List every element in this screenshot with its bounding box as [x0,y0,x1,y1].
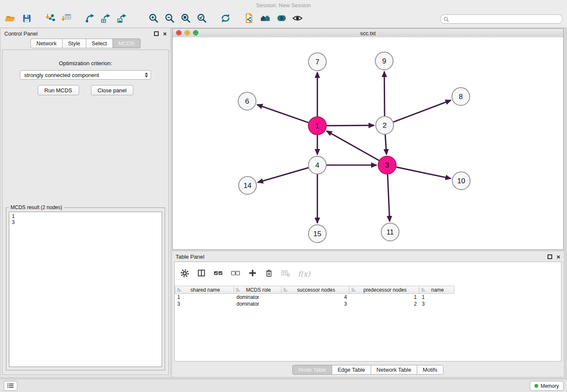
columns-icon [197,272,206,279]
zoom-in-button[interactable] [146,12,162,26]
import-network-button[interactable] [42,12,58,26]
control-panel-close-button[interactable]: × [163,31,167,36]
tab-network[interactable]: Network [30,39,63,48]
zoom-out-button[interactable] [162,12,178,26]
export-image-button[interactable] [114,12,130,26]
houses-icon [260,13,271,25]
column-header-mcds-role[interactable]: MCDS role [234,286,281,294]
cell-name: 1 [419,294,454,300]
graph-node-15[interactable]: 15 [308,225,326,243]
network-window-title: scc.txt [360,30,376,36]
table-row[interactable]: 1dominator411 [175,294,561,301]
memory-button[interactable]: Memory [530,381,564,391]
cell-mcds-role: dominator [234,294,281,300]
apply-layout-button[interactable] [217,12,234,26]
network-graph-svg[interactable]: 7968124314101511 [173,37,563,249]
column-header-label: successor nodes [289,287,348,293]
import-table-button[interactable] [58,12,74,26]
table-panel-close-button[interactable]: × [556,254,560,259]
column-header-shared-name[interactable]: shared name [175,286,234,294]
graph-edge-1-2[interactable] [327,125,374,126]
run-mcds-button[interactable]: Run MCDS [38,85,79,95]
task-history-button[interactable] [4,381,17,391]
website-button[interactable] [257,12,273,26]
tab-edge-table[interactable]: Edge Table [332,365,371,375]
control-panel-float-button[interactable] [154,31,159,36]
style-diagram-button[interactable] [273,12,289,26]
zoom-in-icon [148,13,159,25]
tab-node-table[interactable]: Node Table [292,365,332,375]
sort-icon [421,287,426,292]
graph-node-10[interactable]: 10 [452,172,470,190]
graph-node-11[interactable]: 11 [381,223,399,241]
graph-edge-4-14[interactable] [258,168,308,182]
graph-node-3[interactable]: 3 [378,156,396,174]
graph-node-label: 7 [315,58,319,66]
mcds-result-title: MCDS result (2 nodes) [9,204,64,210]
graph-node-7[interactable]: 7 [308,53,326,71]
zoom-selected-icon [196,13,207,25]
document-network-button[interactable] [241,12,257,26]
graph-node-1[interactable]: 1 [308,117,326,135]
export-table-button[interactable] [98,12,114,26]
graph-edge-1-6[interactable] [257,105,309,123]
export-network-button[interactable] [82,12,98,26]
select-all-button[interactable] [213,269,223,279]
zoom-selected-button[interactable] [194,12,210,26]
tab-motifs[interactable]: Motifs [417,365,443,375]
tab-select[interactable]: Select [86,39,113,48]
table-settings-button[interactable] [180,268,190,280]
zoom-fit-button[interactable] [178,12,194,26]
delete-table-button[interactable] [281,268,291,279]
graph-edge-3-1[interactable] [327,131,379,160]
open-session-button[interactable] [3,12,19,26]
table-panel-float-button[interactable] [548,254,552,259]
network-view-window: × − + scc.txt 7968124314101511 [172,28,564,250]
column-header-name[interactable]: name [419,286,454,294]
window-minimize-button[interactable]: − [184,30,190,36]
window-close-button[interactable]: × [176,30,182,36]
close-panel-button[interactable]: Close panel [91,85,134,95]
network-canvas[interactable]: 7968124314101511 [173,37,563,249]
graph-edge-2-8[interactable] [394,100,451,122]
window-zoom-button[interactable]: + [193,30,198,36]
function-builder-button[interactable]: f(x) [298,270,310,278]
delete-column-button[interactable] [264,268,273,279]
tab-style[interactable]: Style [62,39,86,48]
graph-node-label: 9 [382,57,386,65]
sort-icon [283,287,288,292]
add-column-button[interactable] [248,268,257,279]
mcds-result-text: 1 3 [9,212,162,367]
column-header-predecessor-nodes[interactable]: predecessor nodes [350,286,419,294]
graph-node-6[interactable]: 6 [238,92,256,110]
graph-node-8[interactable]: 8 [452,88,470,105]
column-header-successor-nodes[interactable]: successor nodes [281,286,350,294]
table-panel: Table Panel × f(x) shared nameMCDS roles… [172,251,564,377]
save-session-button[interactable] [19,12,35,26]
graph-node-label: 1 [315,122,319,130]
criterion-select[interactable]: strongly connected component [20,70,151,80]
control-panel-tabs: NetworkStyleSelectMCDS [1,39,170,48]
column-header-label: shared name [183,287,233,293]
select-stepper-icon [145,72,149,77]
search-icon [443,17,449,22]
graph-node-4[interactable]: 4 [308,156,326,174]
cell-successor-nodes: 4 [281,294,350,300]
tab-mcds[interactable]: MCDS [113,39,140,48]
graph-edge-2-9[interactable] [384,72,385,116]
graph-node-label: 11 [386,228,394,236]
graph-node-14[interactable]: 14 [239,177,256,194]
graph-edge-2-3[interactable] [385,135,386,155]
deselect-all-button[interactable] [231,269,241,279]
list-icon [7,382,14,390]
table-row[interactable]: 3dominator323 [175,301,561,307]
toggle-visibility-button[interactable] [289,12,306,26]
search-input[interactable] [451,16,559,22]
graph-edge-3-11[interactable] [388,174,390,221]
graph-node-9[interactable]: 9 [375,52,393,70]
tab-network-table[interactable]: Network Table [371,365,417,375]
toggle-columns-button[interactable] [197,268,206,279]
graph-edge-3-10[interactable] [396,167,451,179]
graph-node-2[interactable]: 2 [376,116,394,134]
column-header-label: MCDS role [242,287,280,293]
